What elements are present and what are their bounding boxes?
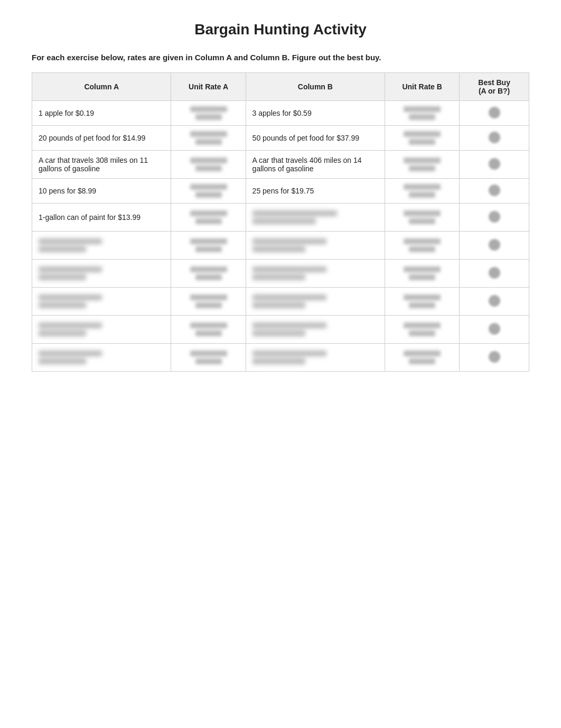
col-b-cell [246, 232, 385, 260]
table-row [32, 344, 529, 372]
best-buy-cell[interactable] [460, 260, 529, 288]
best-buy-cell[interactable] [460, 204, 529, 232]
col-a-cell: 1 apple for $0.19 [32, 101, 171, 126]
unit-rate-a-cell[interactable] [171, 101, 246, 126]
col-b-cell [246, 344, 385, 372]
unit-rate-a-cell[interactable] [171, 179, 246, 204]
table-row [32, 260, 529, 288]
best-buy-cell[interactable] [460, 126, 529, 151]
header-unit-rate-b: Unit Rate B [385, 73, 460, 101]
col-b-cell: 50 pounds of pet food for $37.99 [246, 126, 385, 151]
unit-rate-a-cell[interactable] [171, 151, 246, 179]
unit-rate-b-cell[interactable] [385, 260, 460, 288]
col-a-cell: 20 pounds of pet food for $14.99 [32, 126, 171, 151]
header-unit-rate-a: Unit Rate A [171, 73, 246, 101]
best-buy-cell[interactable] [460, 179, 529, 204]
header-col-a: Column A [32, 73, 171, 101]
table-row [32, 232, 529, 260]
col-a-cell [32, 344, 171, 372]
table-row: 20 pounds of pet food for $14.99 50 poun… [32, 126, 529, 151]
col-a-cell [32, 232, 171, 260]
table-row: A car that travels 308 miles on 11 gallo… [32, 151, 529, 179]
unit-rate-a-cell[interactable] [171, 204, 246, 232]
col-b-cell [246, 204, 385, 232]
col-b-cell: 25 pens for $19.75 [246, 179, 385, 204]
unit-rate-a-cell[interactable] [171, 288, 246, 316]
unit-rate-a-cell[interactable] [171, 232, 246, 260]
unit-rate-a-cell[interactable] [171, 260, 246, 288]
col-a-cell: 1-gallon can of paint for $13.99 [32, 204, 171, 232]
unit-rate-b-cell[interactable] [385, 151, 460, 179]
bargain-table: Column A Unit Rate A Column B Unit Rate … [32, 72, 529, 372]
best-buy-cell[interactable] [460, 316, 529, 344]
header-best-buy: Best Buy (A or B?) [460, 73, 529, 101]
col-a-cell [32, 316, 171, 344]
col-b-cell: A car that travels 406 miles on 14 gallo… [246, 151, 385, 179]
unit-rate-b-cell[interactable] [385, 179, 460, 204]
unit-rate-b-cell[interactable] [385, 232, 460, 260]
col-b-cell [246, 260, 385, 288]
unit-rate-a-cell[interactable] [171, 126, 246, 151]
unit-rate-b-cell[interactable] [385, 204, 460, 232]
unit-rate-a-cell[interactable] [171, 316, 246, 344]
page-subtitle: For each exercise below, rates are given… [32, 53, 529, 62]
col-a-cell: 10 pens for $8.99 [32, 179, 171, 204]
best-buy-cell[interactable] [460, 101, 529, 126]
best-buy-cell[interactable] [460, 344, 529, 372]
header-col-b: Column B [246, 73, 385, 101]
table-row: 10 pens for $8.99 25 pens for $19.75 [32, 179, 529, 204]
unit-rate-b-cell[interactable] [385, 344, 460, 372]
col-a-cell [32, 288, 171, 316]
col-a-cell: A car that travels 308 miles on 11 gallo… [32, 151, 171, 179]
unit-rate-b-cell[interactable] [385, 288, 460, 316]
col-b-cell: 3 apples for $0.59 [246, 101, 385, 126]
table-row: 1 apple for $0.19 3 apples for $0.59 [32, 101, 529, 126]
unit-rate-a-cell[interactable] [171, 344, 246, 372]
unit-rate-b-cell[interactable] [385, 316, 460, 344]
col-b-cell [246, 316, 385, 344]
best-buy-cell[interactable] [460, 288, 529, 316]
col-b-cell [246, 288, 385, 316]
best-buy-cell[interactable] [460, 151, 529, 179]
table-row [32, 316, 529, 344]
table-row: 1-gallon can of paint for $13.99 [32, 204, 529, 232]
page-title: Bargain Hunting Activity [32, 21, 529, 38]
best-buy-cell[interactable] [460, 232, 529, 260]
col-a-cell [32, 260, 171, 288]
unit-rate-b-cell[interactable] [385, 126, 460, 151]
table-row [32, 288, 529, 316]
unit-rate-b-cell[interactable] [385, 101, 460, 126]
